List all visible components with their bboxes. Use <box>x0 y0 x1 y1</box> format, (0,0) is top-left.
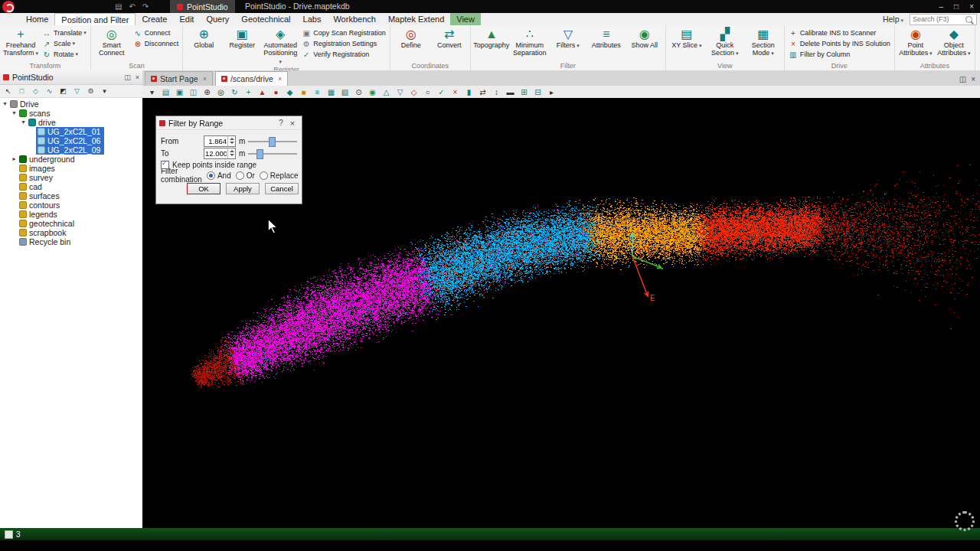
ribbon-small-button[interactable]: ↻ Rotate <box>40 49 89 60</box>
undo-icon[interactable]: ↶ <box>129 2 135 11</box>
filter-view-button[interactable]: ▽ <box>394 86 407 97</box>
to-spinner-buttons[interactable] <box>227 148 235 158</box>
ribbon-small-button[interactable]: ▥ Filter by Column <box>786 49 893 60</box>
tree-item[interactable]: contours <box>0 201 142 210</box>
dialog-help-button[interactable]: ? <box>276 119 286 127</box>
arrow-up-icon[interactable] <box>230 138 234 140</box>
ribbon-big-button[interactable]: ◎ Define <box>392 25 430 49</box>
slice-button[interactable]: ▮ <box>462 86 475 97</box>
ribbon-big-button[interactable]: ▦ Section Mode <box>744 25 782 57</box>
export-image-button[interactable]: ◫ <box>187 86 200 97</box>
expand-icon[interactable]: ▸ <box>11 155 18 164</box>
view-menu-button[interactable]: ▾ <box>145 86 158 97</box>
to-slider[interactable] <box>248 148 297 158</box>
ribbon-small-button[interactable]: ✓ Verify Registration <box>299 49 388 60</box>
exaggeration-button[interactable]: ↕ <box>490 86 503 97</box>
swap-button[interactable]: ⇄ <box>476 86 489 97</box>
ribbon-big-button[interactable]: ◈ Automated Positioning <box>261 25 299 66</box>
workspace-icon[interactable]: ▤ <box>115 2 122 11</box>
menu-tab[interactable]: Geotechnical <box>235 13 296 25</box>
document-tab[interactable]: Start Page <box>145 71 213 86</box>
filter-combination-radio[interactable]: Replace <box>260 171 299 180</box>
add-window-button[interactable]: ⊞ <box>518 86 531 97</box>
menu-tab[interactable]: Query <box>200 13 235 25</box>
record-button[interactable]: ● <box>270 86 283 97</box>
polygon-select-button[interactable]: ◇ <box>29 86 42 96</box>
menu-tab[interactable]: Workbench <box>327 13 381 25</box>
to-value-input[interactable] <box>204 149 227 158</box>
arrow-down-icon[interactable] <box>230 154 234 156</box>
invert-select-button[interactable]: ◩ <box>57 86 70 96</box>
pin-panel-button[interactable]: ◫ <box>959 75 966 83</box>
ribbon-small-button[interactable]: ↗ Scale <box>40 38 89 49</box>
filter-combination-radio[interactable]: And <box>207 171 231 180</box>
tree-item[interactable]: images <box>0 164 142 173</box>
ribbon-small-button[interactable]: ⚙ Registration Settings <box>299 38 388 49</box>
up-axis-button[interactable]: △ <box>380 86 393 97</box>
help-menu[interactable]: Help <box>883 15 903 24</box>
refresh-button[interactable]: ↻ <box>228 86 241 97</box>
to-slider-handle[interactable] <box>256 149 263 159</box>
ribbon-big-button[interactable]: ∴ Minimum Separation <box>511 25 549 57</box>
accept-button[interactable]: ✓ <box>435 86 448 97</box>
select-button[interactable]: ↖ <box>2 86 15 96</box>
ribbon-big-button[interactable]: ▣ Register <box>223 25 261 66</box>
cancel-button[interactable]: Cancel <box>265 183 299 194</box>
tree-item[interactable]: ▾ Drive <box>0 99 142 109</box>
menu-tab[interactable]: View <box>450 13 481 25</box>
from-spinner-buttons[interactable] <box>227 136 235 146</box>
expand-icon[interactable]: ▾ <box>11 109 18 118</box>
play-button[interactable]: ▸ <box>545 86 558 97</box>
tree-more-button[interactable]: ▾ <box>98 86 111 96</box>
tree-item[interactable]: surfaces <box>0 191 142 201</box>
ribbon-big-button[interactable]: ◆ Object Attributes <box>935 25 973 57</box>
close-panel-icon[interactable]: × <box>136 73 139 81</box>
to-spinbox[interactable] <box>204 148 236 159</box>
ribbon-small-button[interactable]: ⊗ Disconnect <box>131 38 181 49</box>
close-button[interactable]: × <box>969 2 974 11</box>
add-view-button[interactable]: + <box>242 86 255 97</box>
circle-select-button[interactable]: ○ <box>421 86 434 97</box>
close-tab-icon[interactable] <box>278 75 282 83</box>
ok-button[interactable]: OK <box>187 183 220 194</box>
show-points-button[interactable]: ◉ <box>366 86 379 97</box>
ribbon-small-button[interactable]: + Calibrate INS to Scanner <box>786 28 893 38</box>
mesh-button[interactable]: ▧ <box>338 86 351 97</box>
ribbon-big-button[interactable]: + Freehand Transform <box>2 25 40 57</box>
ribbon-big-button[interactable]: ▽ Filters <box>549 25 587 57</box>
solid-button[interactable]: ◆ <box>283 86 296 97</box>
expand-icon[interactable]: ▾ <box>2 99 8 109</box>
ribbon-big-button[interactable]: ⊕ Global <box>185 25 223 66</box>
ribbon-big-button[interactable]: ◉ Show All <box>626 25 664 57</box>
search-input[interactable] <box>910 15 965 23</box>
menu-tab[interactable]: Labs <box>297 13 328 25</box>
arrow-up-icon[interactable] <box>230 150 234 152</box>
expand-icon[interactable]: ▾ <box>20 118 27 127</box>
app-tab-pointstudio[interactable]: PointStudio <box>170 0 235 13</box>
box-select-button[interactable]: □ <box>15 86 28 96</box>
arrow-down-icon[interactable] <box>230 142 234 144</box>
ribbon-big-button[interactable]: ◎ Smart Connect <box>93 25 131 57</box>
ribbon-small-button[interactable]: ↔ Translate <box>40 28 89 38</box>
dialog-titlebar[interactable]: Filter by Range ? × <box>156 116 302 130</box>
terrain-button[interactable]: ▲ <box>256 86 269 97</box>
target-button[interactable]: ⊙ <box>352 86 365 97</box>
lasso-select-button[interactable]: ∿ <box>43 86 56 96</box>
ribbon-small-button[interactable]: × Delete Points by INS Solution <box>786 38 893 49</box>
tree-item[interactable]: UG_2xC2L_01 <box>0 127 142 136</box>
filter-combination-radio[interactable]: Or <box>236 171 255 180</box>
ribbon-big-button[interactable]: ◉ Point Attributes <box>897 25 935 57</box>
annotate-button[interactable]: ◇ <box>407 86 420 97</box>
dialog-close-button[interactable]: × <box>286 119 299 128</box>
keep-points-checkbox[interactable] <box>161 161 169 169</box>
menu-tab[interactable]: Edit <box>173 13 200 25</box>
from-slider-handle[interactable] <box>269 137 276 147</box>
tree-item[interactable]: ▾ drive <box>0 118 142 127</box>
from-slider[interactable] <box>248 136 297 146</box>
ribbon-big-button[interactable]: ⇄ Convert <box>430 25 469 49</box>
save-view-button[interactable]: ▤ <box>159 86 172 97</box>
pin-panel-icon[interactable]: ◫ <box>124 73 131 81</box>
tree-item[interactable]: UG_2xC2L_06 <box>0 136 142 145</box>
ribbon-small-button[interactable]: ∿ Connect <box>131 28 181 38</box>
magnify-button[interactable]: ◎ <box>214 86 227 97</box>
